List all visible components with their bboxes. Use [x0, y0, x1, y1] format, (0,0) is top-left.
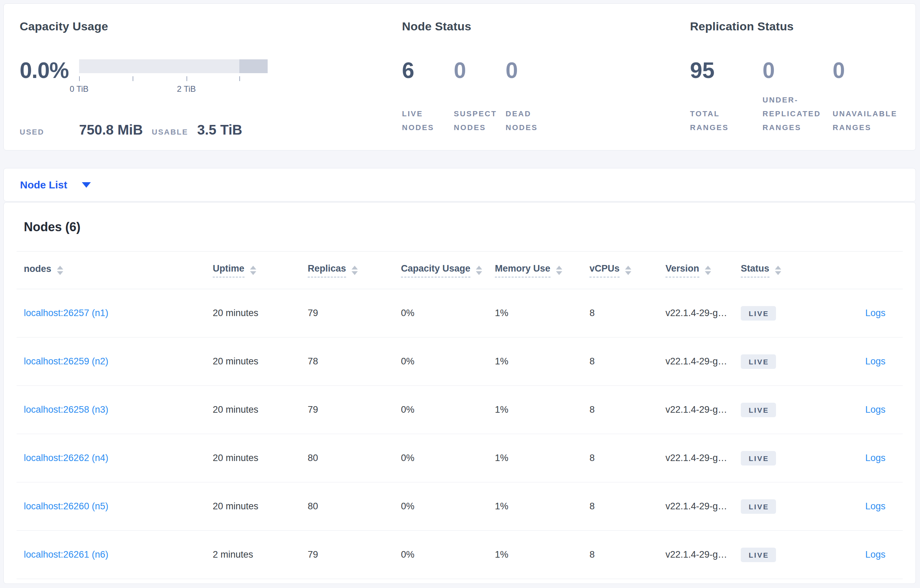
memory-cell: 1% [495, 404, 590, 415]
table-row: localhost:26261 (n6) 2 minutes 79 0% 1% … [16, 531, 903, 579]
used-value: 750.8 MiB [79, 122, 143, 138]
memory-cell: 1% [495, 549, 590, 560]
capacity-axis-label: 2 TiB [177, 84, 196, 94]
used-label: USED [20, 128, 79, 137]
node-list-selector[interactable]: Node List [20, 179, 91, 191]
column-header-status[interactable]: Status [741, 263, 817, 278]
sort-icon [250, 266, 256, 275]
uptime-cell: 20 minutes [213, 453, 308, 464]
stat-value: 0 [833, 58, 915, 83]
nodes-table-card: Nodes (6) nodes Uptime Replicas Capacity… [3, 202, 916, 584]
view-selector-label: Node List [20, 179, 67, 191]
stat-label: LIVE NODES [402, 107, 447, 134]
column-header-capacity-usage[interactable]: Capacity Usage [401, 263, 495, 278]
capacity-axis-tick [186, 76, 187, 81]
column-header-uptime[interactable]: Uptime [213, 263, 308, 278]
table-row: localhost:26259 (n2) 20 minutes 78 0% 1%… [16, 338, 903, 386]
vcpus-cell: 8 [590, 549, 666, 560]
capacity-cell: 0% [401, 453, 495, 464]
memory-cell: 1% [495, 453, 590, 464]
column-header-replicas[interactable]: Replicas [308, 263, 401, 278]
vcpus-cell: 8 [590, 501, 666, 512]
node-link[interactable]: localhost:26258 (n3) [24, 404, 109, 415]
replicas-cell: 79 [308, 404, 401, 415]
vcpus-cell: 8 [590, 453, 666, 464]
node-link[interactable]: localhost:26261 (n6) [24, 549, 109, 560]
logs-link[interactable]: Logs [865, 549, 886, 560]
status-badge: LIVE [741, 306, 776, 321]
view-selector-card: Node List [3, 168, 916, 202]
uptime-cell: 20 minutes [213, 356, 308, 367]
logs-link[interactable]: Logs [865, 453, 886, 463]
capacity-usage-title: Capacity Usage [20, 20, 402, 33]
cluster-summary-card: Capacity Usage 0.0% 0 TiB 2 TiB [3, 3, 916, 150]
status-badge: LIVE [741, 354, 776, 369]
column-header-version[interactable]: Version [666, 263, 741, 278]
sort-icon [625, 266, 631, 275]
vcpus-cell: 8 [590, 308, 666, 318]
sort-icon [705, 266, 711, 275]
table-row: localhost:26262 (n4) 20 minutes 80 0% 1%… [16, 434, 903, 482]
sort-icon [775, 266, 781, 275]
uptime-cell: 20 minutes [213, 404, 308, 415]
node-link[interactable]: localhost:26259 (n2) [24, 356, 109, 367]
node-status-section: Node Status 6 LIVE NODES 0 SUSPECT NODES… [402, 20, 690, 150]
capacity-axis: 0 TiB 2 TiB [79, 75, 268, 82]
replicas-cell: 78 [308, 356, 401, 367]
node-link[interactable]: localhost:26262 (n4) [24, 453, 109, 463]
table-row: localhost:26260 (n5) 20 minutes 80 0% 1%… [16, 482, 903, 531]
capacity-usage-stats: USED 750.8 MiB USABLE 3.5 TiB [20, 122, 402, 138]
suspect-nodes-stat: 0 SUSPECT NODES [454, 58, 505, 134]
logs-link[interactable]: Logs [865, 356, 886, 367]
usable-value: 3.5 TiB [197, 122, 242, 138]
uptime-cell: 20 minutes [213, 501, 308, 512]
nodes-table-header: nodes Uptime Replicas Capacity Usage Mem… [16, 251, 903, 289]
replicas-cell: 80 [308, 453, 401, 464]
nodes-table-body: localhost:26257 (n1) 20 minutes 79 0% 1%… [16, 289, 903, 579]
column-header-vcpus[interactable]: vCPUs [590, 263, 666, 278]
stat-label: DEAD NODES [505, 107, 551, 134]
sort-icon [57, 266, 63, 275]
stat-label: TOTAL RANGES [690, 107, 759, 134]
capacity-cell: 0% [401, 356, 495, 367]
capacity-axis-label: 0 TiB [70, 84, 89, 94]
logs-link[interactable]: Logs [865, 404, 886, 415]
stat-value: 0 [505, 58, 557, 83]
stat-label: SUSPECT NODES [454, 107, 499, 134]
stat-value: 95 [690, 58, 763, 83]
capacity-axis-tick [79, 76, 80, 81]
vcpus-cell: 8 [590, 356, 666, 367]
cluster-overview-page: Capacity Usage 0.0% 0 TiB 2 TiB [0, 0, 920, 588]
column-header-memory-use[interactable]: Memory Use [495, 263, 590, 278]
version-cell: v22.1.4-29-g… [666, 501, 741, 512]
sort-icon [351, 266, 358, 275]
logs-link[interactable]: Logs [865, 501, 886, 511]
logs-link[interactable]: Logs [865, 308, 886, 318]
uptime-cell: 20 minutes [213, 308, 308, 318]
table-row: localhost:26258 (n3) 20 minutes 79 0% 1%… [16, 386, 903, 434]
capacity-axis-tick [133, 76, 133, 81]
nodes-table-heading: Nodes (6) [4, 220, 915, 234]
version-cell: v22.1.4-29-g… [666, 453, 741, 464]
capacity-bar-chart: 0 TiB 2 TiB [79, 58, 268, 92]
column-header-nodes[interactable]: nodes [24, 263, 213, 277]
version-cell: v22.1.4-29-g… [666, 404, 741, 415]
status-badge: LIVE [741, 403, 776, 417]
stat-value: 0 [454, 58, 505, 83]
stat-value: 0 [763, 58, 833, 83]
status-badge: LIVE [741, 451, 776, 465]
replication-status-title: Replication Status [690, 20, 915, 33]
under-replicated-ranges-stat: 0 UNDER-REPLICATED RANGES [763, 58, 833, 134]
stat-value: 6 [402, 58, 454, 83]
usable-label: USABLE [152, 128, 188, 137]
stat-label: UNAVAILABLE RANGES [833, 107, 912, 134]
capacity-cell: 0% [401, 308, 495, 318]
capacity-bar [79, 59, 268, 73]
dead-nodes-stat: 0 DEAD NODES [505, 58, 557, 134]
caret-down-icon [82, 182, 91, 188]
node-link[interactable]: localhost:26260 (n5) [24, 501, 109, 511]
capacity-bar-tail [239, 59, 268, 73]
node-link[interactable]: localhost:26257 (n1) [24, 308, 109, 318]
replicas-cell: 79 [308, 308, 401, 318]
unavailable-ranges-stat: 0 UNAVAILABLE RANGES [833, 58, 915, 134]
